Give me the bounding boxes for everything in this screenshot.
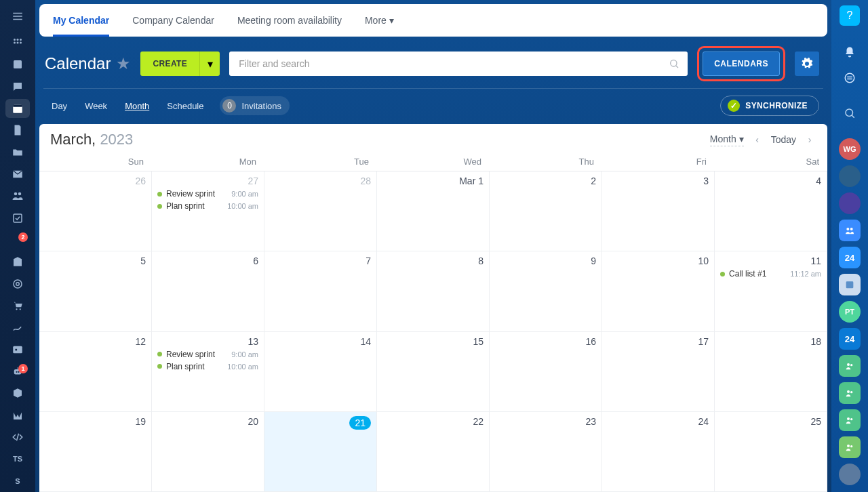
gear-icon[interactable] — [795, 52, 819, 76]
calendar-cell[interactable]: 8 — [377, 251, 490, 331]
calendar-cell[interactable]: 28 — [264, 171, 377, 251]
svg-point-33 — [847, 445, 850, 447]
view-month[interactable]: Month — [118, 98, 156, 114]
calendar-cell[interactable]: Mar 1 — [377, 171, 490, 251]
hamburger-icon[interactable] — [5, 7, 30, 26]
view-selector[interactable]: Month ▾ — [710, 134, 744, 146]
avatar-24b[interactable]: 24 — [839, 328, 861, 350]
nav-company-icon[interactable] — [5, 252, 30, 271]
today-button[interactable]: Today — [771, 134, 796, 145]
nav-mail-icon[interactable] — [5, 165, 30, 184]
calendar-cell[interactable]: 9 — [490, 251, 602, 331]
calendar-cell[interactable]: 27Review sprint9:00 amPlan sprint10:00 a… — [152, 171, 264, 251]
nav-contact-icon[interactable] — [5, 340, 30, 358]
tab-my-calendar[interactable]: My Calendar — [53, 4, 109, 37]
synchronize-button[interactable]: ✓ SYNCHRONIZE — [720, 96, 819, 116]
calendar-cell[interactable]: 22 — [377, 412, 490, 492]
avatar-group[interactable] — [839, 220, 861, 241]
calendar-cell[interactable]: 7 — [264, 251, 377, 331]
tab-company-calendar[interactable]: Company Calendar — [132, 4, 214, 37]
nav-sign-icon[interactable] — [5, 318, 30, 337]
nav-calendar-icon[interactable] — [5, 99, 30, 118]
svg-rect-16 — [13, 346, 22, 353]
calendar-cell[interactable]: 11Call list #111:12 am — [715, 251, 827, 331]
calendar-event[interactable]: Plan sprint10:00 am — [157, 201, 258, 211]
avatar-wg[interactable]: WG — [839, 138, 861, 160]
search-icon[interactable] — [669, 58, 679, 69]
avatar-group5[interactable] — [839, 436, 861, 458]
calendar-cell[interactable]: 2 — [490, 171, 602, 251]
calendar-cell[interactable]: 25 — [715, 412, 827, 492]
svg-point-22 — [845, 73, 854, 83]
avatar-group2[interactable] — [839, 355, 861, 377]
calendar-event[interactable]: Call list #111:12 am — [720, 269, 821, 279]
tab-meeting-rooms[interactable]: Meeting room availability — [237, 4, 342, 37]
calendar-cell[interactable]: 17 — [602, 332, 715, 412]
nav-cart-icon[interactable] — [5, 296, 30, 315]
nav-box-icon[interactable] — [5, 384, 30, 403]
prev-icon[interactable]: ‹ — [751, 133, 764, 146]
nav-ts[interactable]: TS — [5, 449, 30, 468]
avatar-user3[interactable] — [839, 464, 861, 485]
calendar-cell[interactable]: 23 — [490, 412, 602, 492]
calendar-cell[interactable]: 4 — [715, 171, 827, 251]
search-icon-right[interactable] — [840, 103, 860, 123]
help-icon[interactable]: ? — [840, 5, 860, 26]
search-input[interactable] — [229, 52, 688, 76]
nav-bot-icon[interactable]: 1 — [5, 362, 30, 381]
nav-filter-icon[interactable]: 2 — [5, 230, 30, 249]
calendar-cell[interactable]: 13Review sprint9:00 amPlan sprint10:00 a… — [152, 332, 264, 412]
calendar-cell[interactable]: 18 — [715, 332, 827, 412]
avatar-user1[interactable] — [839, 165, 861, 187]
view-week[interactable]: Week — [78, 98, 114, 114]
calendar-cell[interactable]: 20 — [152, 412, 264, 492]
svg-point-9 — [14, 192, 18, 196]
create-button[interactable]: CREATE — [140, 52, 199, 76]
calendar-cell[interactable]: 15 — [377, 332, 490, 412]
calendars-button[interactable]: CALENDARS — [703, 52, 780, 76]
avatar-user2[interactable] — [839, 192, 861, 214]
invitations-pill[interactable]: 0 Invitations — [220, 96, 290, 115]
calendar-event[interactable]: Review sprint9:00 am — [157, 350, 258, 359]
nav-drive-icon[interactable] — [5, 142, 30, 161]
nav-chat-icon[interactable] — [5, 77, 30, 96]
page-title: Calendar ★ — [42, 54, 131, 73]
lines-icon[interactable] — [840, 68, 860, 88]
nav-code-icon[interactable] — [5, 428, 30, 447]
create-dropdown[interactable]: ▾ — [199, 52, 220, 76]
avatar-24a[interactable]: 24 — [839, 247, 861, 268]
tab-more[interactable]: More▾ — [365, 4, 394, 37]
right-presence-rail: ? WG 24 PT 24 — [831, 0, 868, 492]
calendar-cell[interactable]: 26 — [39, 171, 152, 251]
nav-s[interactable]: S — [5, 472, 30, 491]
calendar-cell[interactable]: 12 — [39, 332, 152, 412]
calendar-cell[interactable]: 3 — [602, 171, 715, 251]
calendar-cell[interactable]: 6 — [152, 251, 264, 331]
calendar-cell[interactable]: 21 — [264, 412, 377, 492]
calendar-event[interactable]: Review sprint9:00 am — [157, 189, 258, 199]
calendar-cell[interactable]: 10 — [602, 251, 715, 331]
nav-market-icon[interactable] — [5, 405, 30, 424]
nav-tasks-icon[interactable] — [5, 208, 30, 227]
calendar-cell[interactable]: 19 — [39, 412, 152, 492]
calendar-event[interactable]: Plan sprint10:00 am — [157, 362, 258, 371]
avatar-pt[interactable]: PT — [839, 301, 861, 323]
calendar-cell[interactable]: 16 — [490, 332, 602, 412]
next-icon[interactable]: › — [803, 133, 816, 146]
nav-hub-icon[interactable] — [5, 33, 30, 52]
calendar-cell[interactable]: 24 — [602, 412, 715, 492]
view-schedule[interactable]: Schedule — [160, 98, 210, 114]
avatar-calendar[interactable] — [839, 274, 861, 295]
nav-feed-icon[interactable] — [5, 55, 30, 74]
nav-docs-icon[interactable] — [5, 121, 30, 140]
bell-icon[interactable] — [840, 42, 860, 62]
avatar-group3[interactable] — [839, 382, 861, 404]
calendar-cell[interactable]: 5 — [39, 251, 152, 331]
avatar-group4[interactable] — [839, 409, 861, 431]
svg-point-2 — [20, 39, 22, 41]
view-day[interactable]: Day — [45, 98, 74, 114]
nav-target-icon[interactable] — [5, 274, 30, 293]
star-icon[interactable]: ★ — [116, 54, 131, 73]
nav-people-icon[interactable] — [5, 186, 30, 205]
calendar-cell[interactable]: 14 — [264, 332, 377, 412]
